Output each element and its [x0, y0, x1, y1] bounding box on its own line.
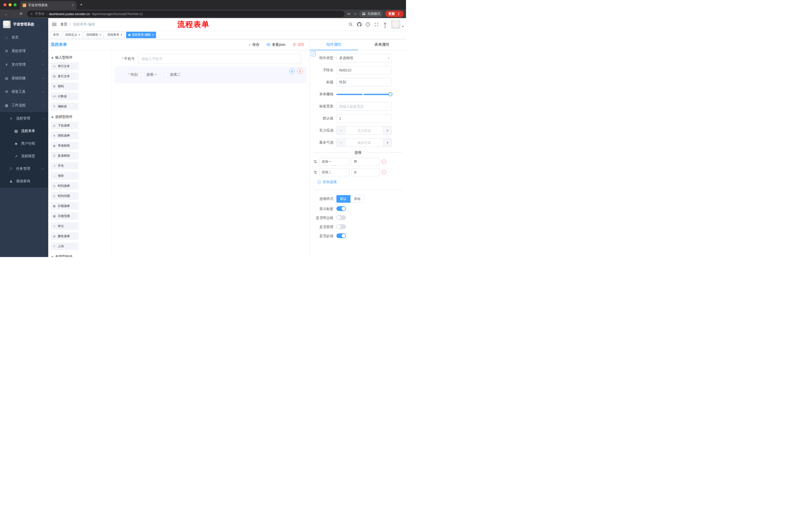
- fullscreen-icon[interactable]: [374, 22, 379, 27]
- checkbox-box[interactable]: [141, 73, 144, 77]
- gender-field-row-selected[interactable]: 性别 选项一 选项二: [115, 66, 307, 83]
- increase-button[interactable]: [383, 139, 392, 146]
- max-select-input[interactable]: [345, 139, 383, 146]
- tag-close-icon[interactable]: [78, 33, 80, 37]
- palette-item-cascader[interactable]: ⋔级联选择: [51, 132, 79, 139]
- label-width-input[interactable]: [337, 102, 392, 111]
- sidebar-item-process-mgmt[interactable]: ≡ 流程管理: [0, 112, 48, 125]
- reload-icon[interactable]: ⟳: [18, 11, 25, 16]
- tag-close-icon[interactable]: [99, 33, 101, 37]
- sidebar-logo[interactable]: 芋道管理系统: [0, 18, 48, 31]
- tag-process-form-edit[interactable]: 流程表单-编辑: [126, 32, 156, 38]
- clear-button[interactable]: 清空: [292, 43, 304, 47]
- tab-component-props[interactable]: 组件属性: [310, 39, 358, 50]
- link-icon[interactable]: [311, 51, 316, 56]
- font-size-icon[interactable]: TT: [382, 22, 387, 27]
- disabled-switch[interactable]: [337, 224, 346, 229]
- tag-process-definition[interactable]: 流程定义: [63, 32, 82, 38]
- style-button-button[interactable]: 按钮: [350, 195, 364, 203]
- field-name-input[interactable]: [337, 66, 392, 75]
- decrease-button[interactable]: [337, 139, 345, 146]
- hamburger-icon[interactable]: [48, 23, 60, 26]
- tag-close-icon[interactable]: [152, 33, 154, 37]
- phone-input[interactable]: [138, 54, 301, 64]
- gender-option2-checkbox[interactable]: 选项二: [164, 73, 180, 77]
- sidebar-item-workflow[interactable]: ▦ 工作流程: [0, 99, 48, 112]
- avatar-caret-icon[interactable]: [402, 25, 404, 28]
- tab-form-props[interactable]: 表单属性: [358, 39, 406, 50]
- sidebar-item-payment[interactable]: ¥ 支付管理: [0, 58, 48, 72]
- remove-option-button[interactable]: [382, 170, 386, 174]
- maximize-window-button[interactable]: [13, 3, 17, 6]
- forward-icon[interactable]: →: [10, 12, 17, 16]
- palette-item-color-picker[interactable]: ◍颜色选择: [51, 232, 79, 240]
- sidebar-item-leave-query[interactable]: ♟ 请假查询: [0, 175, 48, 188]
- tag-close-icon[interactable]: [121, 33, 122, 37]
- show-label-switch[interactable]: [337, 206, 346, 211]
- help-icon[interactable]: ?: [365, 22, 370, 27]
- checkbox-box[interactable]: [164, 73, 168, 77]
- slider-track[interactable]: [337, 94, 392, 95]
- bookmark-star-icon[interactable]: ☆: [353, 12, 357, 16]
- slider-handle[interactable]: [388, 92, 393, 96]
- password-key-icon[interactable]: [347, 12, 351, 16]
- option-label-input[interactable]: [319, 158, 349, 166]
- tab-close-icon[interactable]: [72, 3, 74, 7]
- palette-item-upload[interactable]: ⇧上传: [51, 242, 79, 250]
- palette-item-select[interactable]: ◎下拉选择: [51, 122, 79, 129]
- option-value-input[interactable]: [351, 158, 380, 166]
- tag-process-model[interactable]: 流程模型: [84, 32, 104, 38]
- sidebar-item-infrastructure[interactable]: ▤ 基础设施: [0, 72, 48, 85]
- close-window-button[interactable]: [3, 3, 6, 6]
- search-icon[interactable]: [348, 22, 353, 27]
- palette-item-slider[interactable]: ↔滑块: [51, 172, 79, 180]
- increase-button[interactable]: [383, 127, 392, 135]
- palette-item-password[interactable]: ⊠密码: [51, 82, 79, 90]
- palette-item-multi-text[interactable]: ▤多行文本: [51, 73, 79, 80]
- option-value-input[interactable]: [351, 168, 380, 176]
- delete-component-button[interactable]: [297, 69, 302, 74]
- save-button[interactable]: 保存: [248, 43, 260, 47]
- back-icon[interactable]: ←: [2, 12, 9, 16]
- new-tab-button[interactable]: [76, 0, 86, 9]
- border-switch[interactable]: [337, 215, 346, 220]
- drag-handle-icon[interactable]: [313, 160, 317, 164]
- minimize-window-button[interactable]: [8, 3, 11, 6]
- component-type-select[interactable]: 多选框组: [337, 54, 392, 62]
- palette-item-time-picker[interactable]: ◷时间选择: [51, 182, 79, 190]
- palette-item-single-text[interactable]: ▭单行文本: [51, 62, 79, 70]
- sidebar-item-home[interactable]: ⌂ 首页: [0, 31, 48, 44]
- title-input[interactable]: [337, 78, 392, 86]
- phone-field-row[interactable]: 手机号: [115, 54, 307, 64]
- palette-item-date-picker[interactable]: ▦日期选择: [51, 202, 79, 210]
- gender-option1-checkbox[interactable]: 选项一: [141, 73, 157, 77]
- palette-item-counter[interactable]: 123计数器: [51, 92, 79, 100]
- sidebar-item-process-form[interactable]: ▤ 流程表单: [0, 125, 48, 137]
- sidebar-item-system[interactable]: ⚙ 系统管理: [0, 44, 48, 58]
- update-browser-button[interactable]: 更新: [385, 10, 404, 17]
- palette-item-date-range[interactable]: ▩日期范围: [51, 212, 79, 220]
- copy-component-button[interactable]: [289, 69, 295, 74]
- decrease-button[interactable]: [337, 127, 345, 135]
- palette-item-checkbox-group[interactable]: ☑多选框组: [51, 152, 79, 159]
- view-json-button[interactable]: 查看json: [266, 43, 285, 47]
- palette-item-editor[interactable]: ✎编辑器: [51, 103, 79, 110]
- palette-item-switch[interactable]: ◑开关: [51, 162, 79, 169]
- sidebar-item-task-mgmt[interactable]: ⚐ 任务管理: [0, 162, 48, 175]
- required-switch[interactable]: [337, 233, 346, 238]
- option-label-input[interactable]: [319, 168, 349, 176]
- address-bar[interactable]: ⚠ 不安全 dashboard.yudao.iocoder.cn /bpm/ma…: [27, 10, 344, 17]
- avatar[interactable]: [391, 20, 401, 29]
- form-grid-slider[interactable]: [337, 90, 392, 99]
- sidebar-item-user-group[interactable]: ☻ 用户分组: [0, 137, 48, 150]
- github-icon[interactable]: [357, 22, 362, 27]
- browser-menu-icon[interactable]: [397, 12, 401, 16]
- remove-option-button[interactable]: [382, 159, 386, 164]
- palette-item-radio-group[interactable]: ◉单选框组: [51, 142, 79, 150]
- default-value-input[interactable]: [337, 114, 392, 123]
- palette-item-rate[interactable]: ☆评分: [51, 222, 79, 230]
- add-option-button[interactable]: 添加选项: [310, 180, 406, 184]
- drag-handle-icon[interactable]: [313, 170, 317, 174]
- style-default-button[interactable]: 默认: [337, 195, 350, 203]
- sidebar-item-devtools[interactable]: ⚒ 研发工具: [0, 85, 48, 99]
